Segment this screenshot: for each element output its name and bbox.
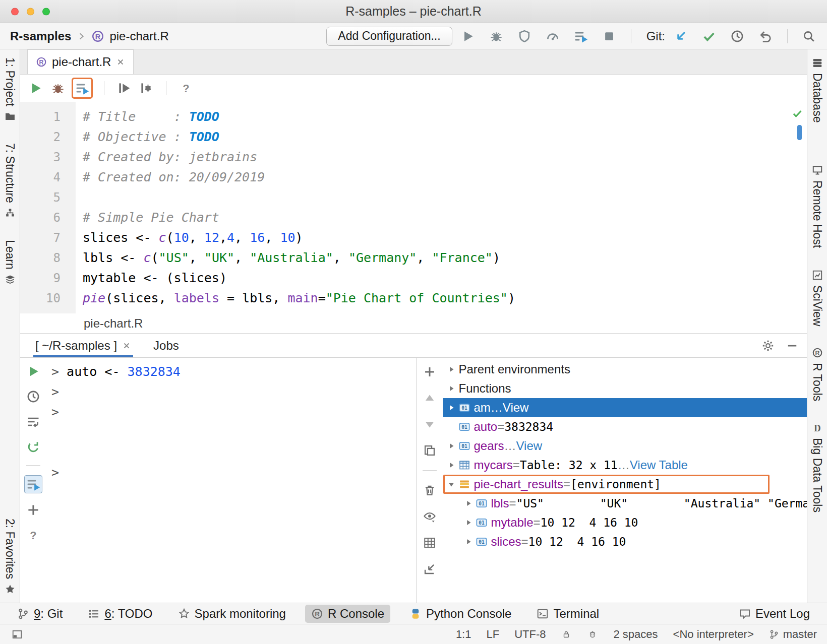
variable-row[interactable]: Parent environments	[443, 360, 807, 379]
minimize-button[interactable]	[785, 338, 800, 353]
tool-button-spark-monitoring[interactable]: Spark monitoring	[172, 605, 292, 623]
tool-button-git[interactable]: 9: Git	[11, 605, 69, 623]
expand-icon[interactable]	[464, 518, 473, 527]
line-number[interactable]: 10	[20, 288, 61, 308]
editor[interactable]: 12345678910 # Title : TODO# Objective : …	[20, 102, 807, 313]
view-options-button[interactable]	[422, 508, 438, 525]
expand-icon[interactable]	[447, 403, 456, 412]
gear-button[interactable]	[760, 338, 776, 353]
help-button[interactable]: ?	[25, 527, 42, 544]
code-line[interactable]: # Objective : TODO	[83, 127, 807, 147]
variable-row[interactable]: mycars = Table: 32 x 11 … View Table	[443, 456, 807, 475]
git-update-button[interactable]	[672, 28, 689, 45]
line-number[interactable]: 6	[20, 208, 61, 228]
run-button[interactable]	[27, 80, 44, 97]
line-ending[interactable]: LF	[486, 628, 499, 641]
tool-button-database[interactable]: Database	[810, 57, 824, 122]
breadcrumb-file[interactable]: pie-chart.R	[109, 29, 168, 43]
execute-selection-button[interactable]	[24, 475, 42, 493]
view-link[interactable]: View Table	[630, 458, 688, 472]
search-everywhere-button[interactable]	[801, 28, 817, 44]
add-button[interactable]	[422, 364, 438, 380]
tool-button-terminal[interactable]: Terminal	[530, 605, 605, 623]
git-commit-button[interactable]	[700, 28, 718, 45]
coverage-button[interactable]	[516, 28, 533, 45]
code-line[interactable]: # Simple Pie Chart	[83, 208, 807, 228]
variable-row[interactable]: 01am … View	[443, 398, 807, 417]
close-tab-icon[interactable]	[116, 57, 125, 67]
variable-row[interactable]: 01slices = 10 12 4 16 10	[443, 532, 807, 551]
history-button[interactable]	[25, 388, 42, 405]
inspection-ok-icon[interactable]	[792, 108, 803, 119]
git-branch-widget[interactable]: master	[769, 628, 817, 641]
line-number[interactable]: 9	[20, 268, 61, 288]
code-line[interactable]: # Created by: jetbrains	[83, 147, 807, 167]
line-number[interactable]: 8	[20, 248, 61, 268]
code-line[interactable]	[83, 187, 807, 208]
soft-wrap-button[interactable]	[25, 413, 42, 430]
line-number[interactable]: 3	[20, 147, 61, 167]
move-up-button[interactable]	[422, 390, 438, 406]
encoding[interactable]: UTF-8	[514, 628, 546, 641]
tool-button-2-favorites[interactable]: 2: Favorites	[3, 519, 17, 595]
tool-button-7-structure[interactable]: 7: Structure	[3, 143, 17, 219]
debug-to-cursor-button[interactable]	[138, 80, 155, 97]
tool-button-r-tools[interactable]: RR Tools	[810, 347, 824, 401]
variable-row[interactable]: 01lbls = "US" "UK" "Australia" "German	[443, 494, 807, 513]
zoom-button[interactable]	[42, 8, 50, 15]
breadcrumb-file[interactable]: pie-chart.R	[84, 316, 143, 331]
variable-row[interactable]: 01mytable = 10 12 4 16 10	[443, 513, 807, 532]
view-link[interactable]: View	[516, 439, 543, 453]
line-number[interactable]: 1	[20, 107, 61, 127]
close-tab-icon[interactable]	[122, 341, 131, 350]
toolwindow-toggle-button[interactable]	[10, 627, 24, 641]
tool-button-1-project[interactable]: 1: Project	[3, 57, 17, 122]
breadcrumb-project[interactable]: R-samples	[10, 29, 71, 43]
expand-icon[interactable]	[464, 499, 473, 508]
tool-button-todo[interactable]: 6: TODO	[82, 605, 158, 623]
run-button[interactable]	[25, 363, 42, 380]
stop-button[interactable]	[601, 28, 618, 45]
execute-to-cursor-button[interactable]	[115, 80, 133, 97]
line-number[interactable]: 4	[20, 167, 61, 187]
add-button[interactable]	[25, 501, 42, 519]
variable-row[interactable]: pie-chart_results = [environment]	[443, 475, 807, 494]
console-output[interactable]: > auto <- 3832834>>>	[46, 358, 416, 603]
expand-icon[interactable]	[447, 441, 456, 450]
variable-row[interactable]: Functions	[443, 379, 807, 398]
expand-icon[interactable]	[447, 461, 456, 470]
view-link[interactable]: View	[503, 401, 529, 415]
editor-tab[interactable]: R pie-chart.R	[27, 49, 134, 74]
code-line[interactable]: # Title : TODO	[83, 107, 807, 127]
lock-icon[interactable]	[561, 629, 572, 640]
import-button[interactable]	[422, 561, 438, 577]
variable-row[interactable]: 01gears … View	[443, 436, 807, 456]
console-tab-jobs[interactable]: Jobs	[151, 334, 181, 357]
tool-button-remote-host[interactable]: Remote Host	[810, 165, 824, 248]
console-tab-r-samples[interactable]: [ ~/R-samples ]	[33, 334, 133, 357]
expand-icon[interactable]	[464, 537, 473, 546]
code-line[interactable]: lbls <- c("US", "UK", "Australia", "Germ…	[83, 248, 807, 268]
line-number[interactable]: 7	[20, 228, 61, 248]
code-line[interactable]: mytable <- (slices)	[83, 268, 807, 288]
expand-icon[interactable]	[447, 384, 456, 393]
tool-button-r-console[interactable]: RR Console	[305, 605, 390, 623]
code-area[interactable]: # Title : TODO# Objective : TODO# Create…	[76, 102, 807, 313]
delete-button[interactable]	[422, 482, 438, 498]
code-line[interactable]: pie(slices, labels = lbls, main="Pie Cha…	[83, 288, 807, 308]
interpreter-setting[interactable]: <No interpreter>	[673, 628, 754, 641]
scrollbar-marker[interactable]	[797, 125, 802, 140]
minimize-button[interactable]	[27, 8, 34, 15]
expand-icon[interactable]	[447, 365, 456, 374]
copy-button[interactable]	[422, 442, 438, 459]
code-line[interactable]: slices <- c(10, 12,4, 16, 10)	[83, 228, 807, 248]
git-rollback-button[interactable]	[757, 28, 774, 45]
tool-button-event-log[interactable]: Event Log	[733, 605, 816, 623]
inspections-icon[interactable]	[587, 629, 598, 640]
caret-position[interactable]: 1:1	[456, 628, 471, 641]
multirun-button[interactable]	[572, 28, 589, 45]
variable-row[interactable]: 01auto = 3832834	[443, 417, 807, 436]
line-number[interactable]: 2	[20, 127, 61, 147]
run-button[interactable]	[459, 28, 477, 45]
grid-view-button[interactable]	[422, 535, 438, 551]
